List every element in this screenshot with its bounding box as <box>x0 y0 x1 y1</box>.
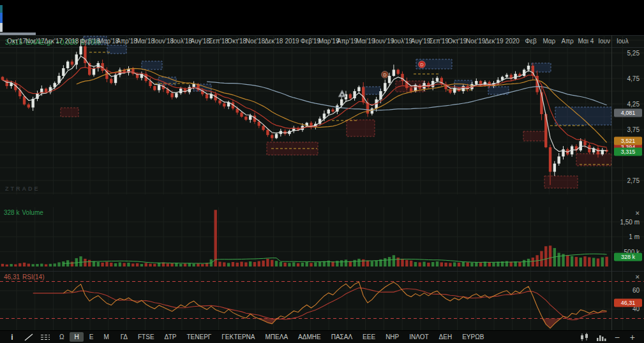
time-axis-label: Μαι 4 <box>578 35 594 48</box>
trendline-tool-icon[interactable] <box>22 332 36 342</box>
symbol-button-ΓΔ[interactable]: ΓΔ <box>116 332 132 342</box>
symbol-button-ΝΗΡ[interactable]: ΝΗΡ <box>381 332 403 342</box>
symbol-button-ΓΕΚΤΕΡΝΑ[interactable]: ΓΕΚΤΕΡΝΑ <box>217 332 259 342</box>
volume-bar <box>149 264 151 266</box>
volume-bar <box>436 261 438 266</box>
candle-body <box>192 84 195 87</box>
symbol-button-ΙΝΛΟΤ[interactable]: ΙΝΛΟΤ <box>405 332 433 342</box>
candle-body <box>397 69 400 73</box>
candle-body <box>357 87 360 91</box>
histogram-style-icon[interactable] <box>594 332 608 342</box>
rsi-chart <box>0 272 644 331</box>
period-button-Μ[interactable]: Μ <box>99 332 113 342</box>
candlestick-style-icon[interactable] <box>578 332 592 342</box>
candle-body <box>410 88 412 91</box>
time-axis-label: Μαι'18 <box>136 35 154 48</box>
candle-body <box>388 76 391 83</box>
symbol-button-ΜΠΕΛΑ[interactable]: ΜΠΕΛΑ <box>261 332 293 342</box>
volume-pane-close-button[interactable]: × <box>636 210 640 216</box>
volume-bar <box>583 256 586 266</box>
volume-bar <box>57 262 60 266</box>
volume-bar <box>97 262 100 266</box>
rsi-pane[interactable]: 46,31RSI(14) <box>0 271 644 330</box>
period-button-Ω[interactable]: Ω <box>55 332 68 342</box>
volume-tick-label: 1 m <box>629 233 640 240</box>
indicators-list-icon[interactable] <box>38 332 52 342</box>
rsi-tick-label: 60 <box>633 287 640 294</box>
volume-bar <box>388 257 391 266</box>
volume-title: Volume <box>22 209 43 216</box>
volume-bar <box>153 264 156 266</box>
symbol-button-ΑΔΜΗΕ[interactable]: ΑΔΜΗΕ <box>294 332 326 342</box>
volume-bar <box>314 262 317 266</box>
volume-bar <box>423 262 425 266</box>
volume-bar <box>223 262 225 266</box>
candle-body <box>275 134 278 138</box>
volume-bar <box>488 262 491 266</box>
candle-body <box>175 93 177 97</box>
ma-orange-badge: 3,521 <box>614 137 642 145</box>
info-icon[interactable]: i <box>5 332 19 342</box>
volume-bar <box>297 263 299 266</box>
window-edge-strip <box>0 5 3 32</box>
symbol-button-FTSE[interactable]: FTSE <box>133 332 159 342</box>
symbol-button-ΕΕΕ[interactable]: ΕΕΕ <box>358 332 380 342</box>
zoom-out-button[interactable]: − <box>611 332 624 342</box>
time-axis[interactable]: Οκτ'17Νοε'17Δεκ'172018Φεβ'18Μαρ'18Απρ'18… <box>0 35 644 48</box>
volume-bar <box>175 263 177 266</box>
volume-bar <box>123 263 125 266</box>
volume-bar <box>453 262 456 266</box>
candle-body <box>349 94 352 98</box>
volume-bar <box>188 263 191 266</box>
time-axis-label: Ιουν'19 <box>373 35 394 48</box>
volume-bar <box>345 259 347 266</box>
candle-body <box>475 81 477 84</box>
volume-pane[interactable]: 328 kVolume <box>0 207 644 271</box>
volume-bar <box>301 263 304 266</box>
volume-bar <box>592 258 595 266</box>
volume-bar <box>523 260 525 266</box>
time-axis-label: Οκτ'17 <box>7 35 26 48</box>
volume-bar <box>440 262 443 266</box>
volume-bar <box>19 263 21 266</box>
period-button-Η[interactable]: Η <box>70 332 83 342</box>
time-axis-label: Ιουλ'19 <box>392 35 412 48</box>
volume-bar <box>140 264 143 266</box>
volume-bar <box>532 258 534 266</box>
symbol-button-ΕΥΡΩΒ[interactable]: ΕΥΡΩΒ <box>458 332 488 342</box>
candle-body <box>244 117 247 120</box>
time-axis-label: Απρ'18 <box>116 35 137 48</box>
time-axis-label: Ιουν <box>598 35 610 48</box>
zoom-in-button[interactable]: + <box>626 332 639 342</box>
symbol-button-ΠΑΣΑΛ[interactable]: ΠΑΣΑΛ <box>327 332 357 342</box>
volume-bar <box>466 262 468 266</box>
time-axis-label: 2018 <box>64 35 79 48</box>
time-axis-label: Μαρ'19 <box>318 35 340 48</box>
time-axis-label: Δεκ'17 <box>44 35 63 48</box>
volume-bar <box>110 263 112 266</box>
volume-bar <box>131 263 134 266</box>
symbol-button-ΔΤΡ[interactable]: ΔΤΡ <box>160 332 181 342</box>
time-axis-label: Δεκ'19 <box>484 35 503 48</box>
price-axis-column[interactable]: 5,254,754,253,752,753,3944,0813,5213,315… <box>611 35 644 330</box>
candle-body <box>557 156 560 163</box>
volume-bar <box>366 261 369 266</box>
rsi-pane-close-button[interactable]: × <box>636 274 640 280</box>
supply-zone <box>363 87 380 94</box>
bottom-toolbar: i ΩΗΕΜ ΓΔFTSEΔΤΡΤΕΝΕΡΓΓΕΚΤΕΡΝΑΜΠΕΛΑΑΔΜΗΕ… <box>0 330 644 343</box>
symbol-button-ΔΕΗ[interactable]: ΔΕΗ <box>435 332 457 342</box>
volume-bar <box>84 259 86 266</box>
rsi-badge: 46,31 <box>614 298 642 307</box>
time-axis-label: Δεκ'18 <box>264 35 283 48</box>
candle-body <box>527 66 530 69</box>
volume-bar <box>557 253 560 266</box>
price-pane[interactable]: DD 3,315EXAE.gr+0,0250,76% ZTRADE <box>0 35 644 194</box>
time-axis-label: Αυγ'19 <box>411 35 430 48</box>
period-button-Ε[interactable]: Ε <box>85 332 98 342</box>
volume-bar <box>371 261 373 266</box>
volume-bar <box>240 262 243 266</box>
volume-bar <box>283 263 286 266</box>
volume-bar <box>597 258 599 266</box>
symbol-button-ΤΕΝΕΡΓ[interactable]: ΤΕΝΕΡΓ <box>182 332 216 342</box>
time-axis-label: Σεπ'18 <box>209 35 228 48</box>
